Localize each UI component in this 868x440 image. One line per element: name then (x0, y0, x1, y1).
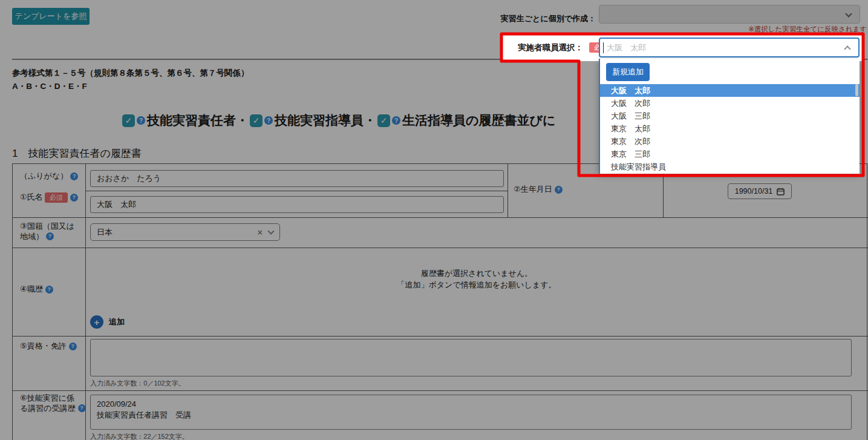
staff-option[interactable]: 東京 次郎 (600, 135, 860, 148)
staff-option[interactable]: 東京 太郎 (600, 122, 860, 135)
staff-option[interactable]: 東京 三郎 (600, 148, 860, 160)
staff-option-list: 大阪 太郎 大阪 次郎 大阪 三郎 東京 太郎 東京 次郎 東京 三郎 技能実習… (600, 84, 860, 173)
implementer-label: 実施者職員選択： (518, 42, 583, 53)
implementer-combobox[interactable]: 大阪 太郎 (599, 38, 860, 57)
staff-option[interactable]: 技能実習指導員 (600, 160, 860, 173)
combobox-placeholder: 大阪 太郎 (607, 42, 845, 53)
staff-option[interactable]: 大阪 三郎 (600, 110, 860, 122)
implementer-dropdown: 新規追加 大阪 太郎 大阪 次郎 大阪 三郎 東京 太郎 東京 次郎 東京 三郎… (599, 59, 860, 174)
scrollbar-thumb[interactable] (855, 84, 858, 96)
staff-option[interactable]: 大阪 次郎 (600, 97, 860, 110)
add-new-staff-button[interactable]: 新規追加 (606, 63, 650, 81)
staff-option[interactable]: 大阪 太郎 (600, 84, 860, 97)
text-cursor (603, 42, 604, 53)
chevron-up-icon (844, 45, 850, 52)
